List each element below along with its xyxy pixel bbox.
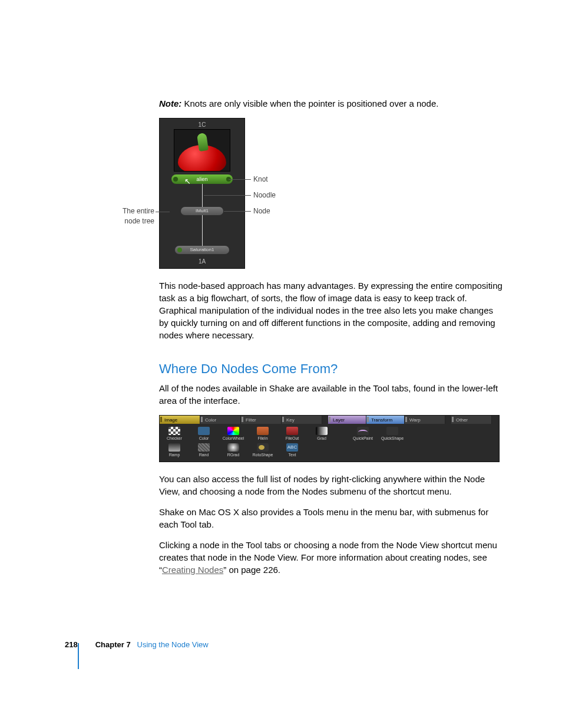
heading-where-nodes: Where Do Nodes Come From? bbox=[159, 360, 503, 378]
colorwheel-icon bbox=[227, 427, 239, 435]
tool-tabs-bar: Image Color Filter Key Layer Transform W… bbox=[160, 416, 499, 424]
figure-node-tree: 1C alien IMult1 Saturation1 bbox=[159, 118, 503, 269]
rand-icon bbox=[198, 443, 210, 452]
paragraph-creating: Clicking a node in the Tool tabs or choo… bbox=[159, 539, 503, 576]
note-text: Knots are only visible when the pointer … bbox=[184, 98, 439, 108]
tool-text-label: Text bbox=[289, 452, 296, 458]
page-footer: 218 Chapter 7 Using the Node View bbox=[65, 640, 209, 650]
tool-colorwheel[interactable]: ColorWheel bbox=[219, 425, 248, 442]
nodeview-bottom-label: 1A bbox=[160, 258, 244, 266]
tool-fileout-label: FileOut bbox=[286, 436, 299, 442]
tool-rotoshape-label: RotoShape bbox=[252, 452, 273, 458]
tab-image[interactable]: Image bbox=[160, 416, 200, 424]
node-imult-label: IMult1 bbox=[196, 207, 209, 214]
tool-ramp-label: Ramp bbox=[169, 452, 180, 458]
filein-icon bbox=[257, 427, 269, 435]
callout-left-l2: node tree bbox=[112, 216, 154, 226]
color-icon bbox=[198, 427, 210, 435]
tab-transform[interactable]: Transform bbox=[366, 416, 405, 424]
tool-checker-label: Checker bbox=[167, 436, 182, 442]
tool-rgrad-label: RGrad bbox=[227, 452, 240, 458]
nodeview-top-label: 1C bbox=[160, 121, 244, 129]
tool-quickpaint[interactable]: QuickPaint bbox=[348, 425, 378, 442]
tab-key[interactable]: Key bbox=[282, 416, 322, 424]
grad-icon bbox=[316, 427, 328, 435]
fileout-icon bbox=[286, 427, 298, 435]
knot-left-icon[interactable] bbox=[173, 177, 178, 182]
tool-grid: Checker Color ColorWheel FileIn FileOut … bbox=[160, 424, 499, 458]
ramp-icon bbox=[168, 443, 180, 452]
tab-warp[interactable]: Warp bbox=[405, 416, 445, 424]
callout-left-l1: The entire bbox=[112, 206, 154, 216]
tab-layer[interactable]: Layer bbox=[328, 416, 366, 424]
node-saturation-label: Saturation1 bbox=[190, 246, 214, 253]
node-thumbnail bbox=[174, 129, 230, 172]
lead-knot bbox=[229, 179, 251, 180]
footer-chapter-block: Chapter 7 Using the Node View bbox=[95, 640, 209, 650]
paragraph-macosx: Shake on Mac OS X also provides a Tools … bbox=[159, 506, 503, 531]
tool-text[interactable]: ABCText bbox=[277, 442, 307, 458]
tab-color[interactable]: Color bbox=[200, 416, 241, 424]
tab-color-label: Color bbox=[205, 417, 216, 423]
tab-image-label: Image bbox=[164, 417, 177, 423]
node-saturation[interactable]: Saturation1 bbox=[175, 246, 229, 254]
node-alien[interactable]: alien bbox=[171, 174, 233, 184]
tool-color-label: Color bbox=[199, 436, 209, 442]
node-alien-label: alien bbox=[196, 176, 207, 183]
node-view-panel: 1C alien IMult1 Saturation1 bbox=[159, 118, 245, 269]
tool-colorwheel-label: ColorWheel bbox=[223, 436, 244, 442]
paragraph-advantages: This node-based approach has many advant… bbox=[159, 279, 503, 341]
paragraph-rightclick: You can also access the full list of nod… bbox=[159, 473, 503, 498]
callout-left: The entire node tree bbox=[112, 206, 154, 226]
tool-filein-label: FileIn bbox=[257, 436, 267, 442]
link-creating-nodes[interactable]: Creating Nodes bbox=[162, 565, 223, 575]
tool-ramp[interactable]: Ramp bbox=[160, 442, 189, 458]
figure-tool-tabs: Image Color Filter Key Layer Transform W… bbox=[159, 415, 500, 462]
tool-fileout[interactable]: FileOut bbox=[277, 425, 307, 442]
paragraph-tooltabs: All of the nodes available in Shake are … bbox=[159, 382, 503, 407]
tool-grad[interactable]: Grad bbox=[307, 425, 336, 442]
footer-chapter: Chapter 7 bbox=[95, 640, 131, 649]
tool-rgrad[interactable]: RGrad bbox=[219, 442, 248, 458]
knot-icon[interactable] bbox=[177, 248, 182, 252]
tool-quickpaint-label: QuickPaint bbox=[353, 436, 373, 442]
tab-other-label: Other bbox=[456, 417, 468, 423]
lead-noodle bbox=[204, 195, 251, 196]
node-imult[interactable]: IMult1 bbox=[181, 207, 223, 215]
tool-checker[interactable]: Checker bbox=[160, 425, 189, 442]
note-paragraph: Note: Knots are only visible when the po… bbox=[159, 97, 503, 110]
tab-filter[interactable]: Filter bbox=[241, 416, 282, 424]
footer-title: Using the Node View bbox=[137, 640, 209, 649]
tab-key-label: Key bbox=[286, 417, 295, 423]
tool-quickshape[interactable]: QuickShape bbox=[378, 425, 407, 442]
tool-grad-label: Grad bbox=[317, 436, 326, 442]
tab-other[interactable]: Other bbox=[451, 416, 492, 424]
alien-graphic-stem bbox=[197, 133, 209, 151]
text-icon: ABC bbox=[286, 443, 298, 452]
callout-knot: Knot bbox=[253, 174, 268, 185]
footer-rule bbox=[78, 643, 79, 669]
lead-node bbox=[224, 211, 251, 212]
noodle-1 bbox=[202, 184, 203, 207]
lead-left bbox=[156, 212, 170, 212]
tab-transform-label: Transform bbox=[371, 417, 392, 423]
callout-noodle: Noodle bbox=[253, 190, 276, 200]
tab-filter-label: Filter bbox=[246, 417, 256, 423]
tab-layer-label: Layer bbox=[333, 417, 345, 423]
quickshape-icon bbox=[386, 427, 398, 435]
rotoshape-icon bbox=[257, 443, 269, 452]
tool-color[interactable]: Color bbox=[189, 425, 219, 442]
noodle-2 bbox=[202, 215, 203, 246]
note-label: Note: bbox=[159, 98, 181, 108]
tool-quickshape-label: QuickShape bbox=[381, 436, 404, 442]
tool-rand-label: Rand bbox=[199, 452, 209, 458]
tool-filein[interactable]: FileIn bbox=[248, 425, 277, 442]
content-column: Note: Knots are only visible when the po… bbox=[159, 97, 503, 584]
para5-b: ” on page 226. bbox=[223, 565, 280, 575]
rgrad-icon bbox=[227, 443, 239, 452]
tab-warp-label: Warp bbox=[409, 417, 421, 423]
quickpaint-icon bbox=[357, 427, 369, 435]
tool-rotoshape[interactable]: RotoShape bbox=[248, 442, 277, 458]
callout-node: Node bbox=[253, 206, 270, 216]
tool-rand[interactable]: Rand bbox=[189, 442, 219, 458]
